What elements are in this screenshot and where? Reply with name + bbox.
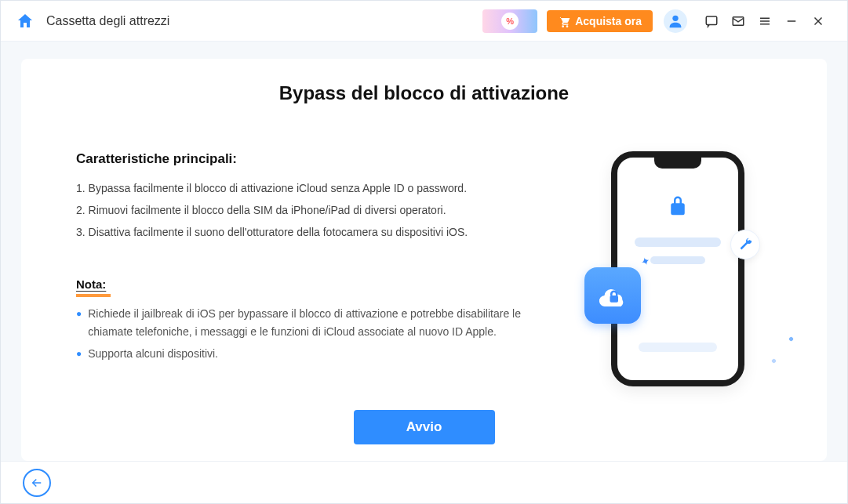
app-header: Cassetta degli attrezzi % Acquista ora <box>1 1 847 42</box>
phone-bar <box>639 343 717 352</box>
phone-notch <box>654 158 701 169</box>
header-title: Cassetta degli attrezzi <box>46 14 169 28</box>
home-icon[interactable] <box>15 11 35 31</box>
decorative-dot <box>771 358 777 364</box>
buy-now-label: Acquista ora <box>575 15 642 27</box>
content-row: Caratteristiche principali: 1. Bypassa f… <box>76 151 772 386</box>
svg-rect-9 <box>610 296 619 303</box>
footer-bar <box>1 461 847 503</box>
note-accent-bar <box>76 294 111 297</box>
svg-rect-1 <box>706 16 717 25</box>
lock-icon <box>664 192 692 220</box>
feature-item: 2. Rimuovi facilmente il blocco della SI… <box>76 201 537 220</box>
arrow-left-icon <box>30 476 44 490</box>
buy-now-button[interactable]: Acquista ora <box>547 10 653 32</box>
mail-icon[interactable] <box>726 9 750 33</box>
back-button[interactable] <box>23 469 51 497</box>
phone-bar <box>650 256 705 264</box>
note-item: ● Richiede il jailbreak di iOS per bypas… <box>76 305 537 340</box>
note-text: Richiede il jailbreak di iOS per bypassa… <box>88 305 537 340</box>
main-area: Bypass del blocco di attivazione Caratte… <box>1 42 847 461</box>
phone-bar <box>635 237 721 247</box>
phone-illustration: ✦ <box>611 151 744 386</box>
promo-badge[interactable]: % <box>482 9 537 33</box>
spark-icon: ✦ <box>639 253 653 268</box>
content-card: Bypass del blocco di attivazione Caratte… <box>21 59 827 461</box>
percent-icon: % <box>501 13 519 30</box>
note-item: ● Supporta alcuni dispositivi. <box>76 345 537 363</box>
menu-icon[interactable] <box>753 9 777 33</box>
decorative-dot <box>788 336 794 342</box>
note-heading: Nota: <box>76 277 537 291</box>
bullet-icon: ● <box>76 305 82 340</box>
wrench-icon <box>730 230 760 259</box>
bullet-icon: ● <box>76 345 82 363</box>
page-title: Bypass del blocco di attivazione <box>76 82 772 104</box>
close-icon[interactable] <box>806 9 830 33</box>
features-heading: Caratteristiche principali: <box>76 151 537 167</box>
feature-item: 1. Bypassa facilmente il blocco di attiv… <box>76 179 537 198</box>
text-column: Caratteristiche principali: 1. Bypassa f… <box>76 151 537 386</box>
feedback-icon[interactable] <box>700 9 723 33</box>
svg-point-0 <box>672 15 678 20</box>
cart-icon <box>558 15 570 27</box>
note-text: Supporta alcuni dispositivi. <box>88 345 218 363</box>
minimize-icon[interactable] <box>780 9 803 33</box>
feature-item: 3. Disattiva facilmente il suono dell'ot… <box>76 223 537 242</box>
illustration: ✦ <box>584 151 772 386</box>
start-button[interactable]: Avvio <box>354 410 495 444</box>
start-button-wrap: Avvio <box>76 410 772 444</box>
user-icon <box>667 13 684 30</box>
account-avatar[interactable] <box>664 9 687 33</box>
cloud-lock-badge <box>584 267 641 324</box>
